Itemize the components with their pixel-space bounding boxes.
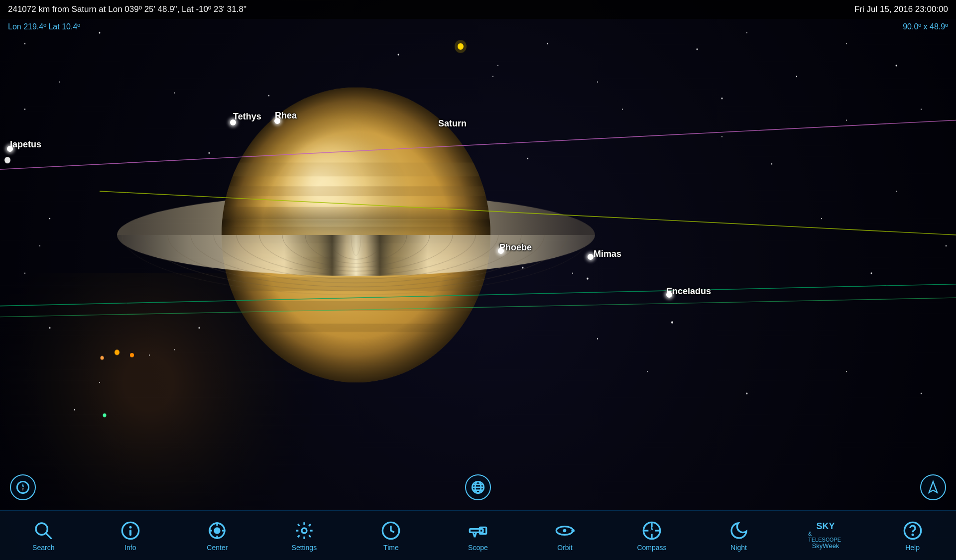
orbit-label: Orbit <box>557 544 572 552</box>
toolbar-info[interactable]: Info <box>106 520 155 552</box>
toolbar-time[interactable]: Time <box>366 520 416 552</box>
moon-phoebe-dot <box>498 248 504 254</box>
globe-button[interactable] <box>465 474 491 500</box>
moon-mimas-dot <box>588 254 594 260</box>
info-label: Info <box>124 544 136 552</box>
moon-enceladus-dot <box>666 292 672 298</box>
help-label: Help <box>905 544 920 552</box>
fov-display: 90.0º x 48.9º <box>903 22 948 31</box>
svg-marker-12 <box>929 481 937 492</box>
toolbar-orbit[interactable]: Orbit <box>540 520 590 552</box>
toolbar-skyweek[interactable]: SKY & TELESCOPE SkyWeek <box>801 525 850 547</box>
night-label: Night <box>730 544 747 552</box>
settings-label: Settings <box>292 544 317 552</box>
toolbar-settings[interactable]: Settings <box>279 520 329 552</box>
navigation-button[interactable] <box>920 474 946 500</box>
moon-iapetus-dot <box>7 146 13 152</box>
svg-point-31 <box>563 529 567 532</box>
scope-icon <box>467 520 489 542</box>
night-icon <box>728 520 750 542</box>
svg-marker-38 <box>650 526 653 531</box>
lon-lat-display: Lon 219.4º Lat 10.4º <box>8 22 80 31</box>
moon-rhea-dot <box>274 118 280 124</box>
moon-tethys-dot <box>230 119 236 125</box>
time-label: Time <box>383 544 399 552</box>
toolbar-help[interactable]: Help <box>888 520 938 552</box>
svg-rect-26 <box>470 529 483 532</box>
distance-info: 241072 km from Saturn at Lon 039º 25' 48… <box>8 4 246 14</box>
skyweek-icon: SKY & TELESCOPE SkyWeek <box>808 525 843 547</box>
globe-icon <box>471 480 485 494</box>
skyweek-top-label: SKY <box>817 522 835 531</box>
toolbar-scope[interactable]: Scope <box>453 520 503 552</box>
svg-marker-5 <box>22 483 24 487</box>
search-label: Search <box>32 544 54 552</box>
search-icon <box>32 520 54 542</box>
top-bar: 241072 km from Saturn at Lon 039º 25' 48… <box>0 0 956 19</box>
toolbar-search[interactable]: Search <box>18 520 68 552</box>
skyweek-bottom-label: SkyWeek <box>812 543 839 549</box>
svg-point-24 <box>302 528 307 533</box>
svg-point-32 <box>572 529 575 532</box>
center-label: Center <box>207 544 228 552</box>
scope-label: Scope <box>468 544 488 552</box>
compass-label: Compass <box>637 544 666 552</box>
toolbar-night[interactable]: Night <box>714 520 764 552</box>
time-icon <box>380 520 402 542</box>
svg-marker-6 <box>22 487 24 491</box>
compass-button[interactable] <box>10 474 36 500</box>
info-icon <box>120 520 141 542</box>
svg-point-19 <box>215 528 220 533</box>
help-icon <box>902 520 924 542</box>
svg-point-13 <box>36 523 47 535</box>
svg-point-4 <box>17 481 28 493</box>
bottom-toolbar: Search Info Center Settings Time Scope <box>0 510 956 560</box>
compass-icon <box>16 480 30 494</box>
toolbar-center[interactable]: Center <box>192 520 242 552</box>
coords-bar: Lon 219.4º Lat 10.4º 90.0º x 48.9º <box>0 19 956 35</box>
center-icon <box>206 520 228 542</box>
toolbar-compass[interactable]: Compass <box>627 520 677 552</box>
svg-line-14 <box>46 533 52 539</box>
settings-icon <box>293 520 315 542</box>
compass-toolbar-icon <box>641 520 663 542</box>
datetime-display: Fri Jul 15, 2016 23:00:00 <box>854 4 948 14</box>
orbit-icon <box>554 520 576 542</box>
navigation-icon <box>926 480 940 494</box>
